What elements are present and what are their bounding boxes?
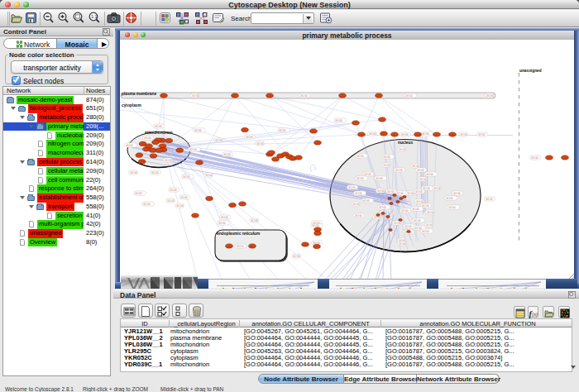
svg-text:GO:00: GO:00 [355,191,362,194]
svg-text:GO:00: GO:00 [531,155,538,159]
svg-text:GO:00: GO:00 [399,147,406,151]
svg-text:GO:00: GO:00 [395,168,403,171]
svg-text:GO:00: GO:00 [180,195,188,198]
svg-text:GO:00: GO:00 [453,191,461,194]
svg-text:GO:00: GO:00 [279,128,286,131]
svg-text:GO:00: GO:00 [415,189,423,193]
svg-text:GO:00: GO:00 [355,213,362,217]
svg-text:GO:00: GO:00 [426,172,433,175]
svg-text:GO:00: GO:00 [189,147,197,151]
svg-text:GO:00: GO:00 [446,196,453,199]
svg-text:GO:00: GO:00 [183,174,190,178]
svg-text:GO:00: GO:00 [401,132,409,136]
svg-text:GO:00: GO:00 [407,191,414,194]
svg-text:GO:00: GO:00 [144,136,151,139]
svg-text:GO:00: GO:00 [460,132,467,136]
svg-text:GO:00: GO:00 [478,132,486,136]
svg-text:GO:00: GO:00 [412,207,419,210]
svg-text:GO:00: GO:00 [237,244,244,247]
svg-text:GO:00: GO:00 [246,135,253,138]
svg-text:GO:00: GO:00 [405,93,413,97]
svg-text:GO:00: GO:00 [192,93,199,97]
svg-text:GO:00: GO:00 [412,164,419,167]
svg-text:GO:00: GO:00 [486,93,494,97]
svg-text:unassigned: unassigned [519,69,542,73]
svg-text:GO:00: GO:00 [486,197,493,200]
svg-text:nucleus: nucleus [398,141,413,145]
svg-text:GO:00: GO:00 [394,221,401,224]
svg-text:GO:00: GO:00 [404,224,412,227]
svg-text:GO:00: GO:00 [383,163,390,166]
svg-text:GO:00: GO:00 [383,155,390,158]
svg-text:GO:00: GO:00 [377,189,385,192]
svg-text:cytoplasm: cytoplasm [122,103,141,108]
svg-text:GO:00: GO:00 [223,152,231,155]
svg-text:GO:00: GO:00 [427,210,434,213]
svg-text:GO:00: GO:00 [423,186,430,189]
svg-text:GO:00: GO:00 [335,118,342,122]
svg-text:GO:00: GO:00 [422,131,429,135]
svg-text:GO:00: GO:00 [300,93,308,97]
svg-text:GO:00: GO:00 [176,203,184,207]
svg-text:GO:00: GO:00 [433,186,441,189]
svg-text:GO:00: GO:00 [167,198,175,202]
svg-text:GO:00: GO:00 [312,224,319,227]
svg-text:GO:00: GO:00 [417,168,424,171]
svg-text:GO:00: GO:00 [143,202,151,205]
svg-text:GO:00: GO:00 [414,218,421,222]
svg-text:GO:00: GO:00 [399,241,406,245]
svg-text:GO:00: GO:00 [348,185,356,189]
svg-text:GO:00: GO:00 [356,176,364,179]
svg-text:GO:00: GO:00 [126,143,133,146]
svg-text:GO:00: GO:00 [194,128,202,131]
svg-text:GO:00: GO:00 [293,254,300,257]
svg-text:GO:00: GO:00 [205,173,213,176]
svg-text:GO:00: GO:00 [448,205,456,208]
svg-text:1:1: 1:1 [91,14,98,19]
svg-text:GO:00: GO:00 [130,170,137,174]
svg-text:GO:00: GO:00 [422,229,429,232]
svg-text:GO:00: GO:00 [369,131,376,135]
svg-text:GO:00: GO:00 [426,222,433,226]
svg-text:plasma membrane: plasma membrane [122,91,156,95]
svg-text:GO:00: GO:00 [170,188,177,191]
svg-text:GO:00: GO:00 [256,141,264,145]
svg-text:GO:00: GO:00 [387,189,395,193]
svg-text:GO:00: GO:00 [151,170,159,174]
svg-text:GO:00: GO:00 [422,203,429,207]
svg-text:GO:00: GO:00 [362,198,370,202]
svg-text:GO:00: GO:00 [215,138,223,141]
svg-text:GO:00: GO:00 [155,124,162,127]
svg-text:GO:00: GO:00 [356,154,364,157]
svg-text:GO:00: GO:00 [165,158,172,161]
svg-text:(x): (x) [532,311,538,317]
svg-text:GO:00: GO:00 [313,241,320,244]
svg-text:GO:00: GO:00 [376,176,383,179]
svg-text:GO:00: GO:00 [221,215,228,218]
svg-text:GO:00: GO:00 [251,218,258,222]
svg-text:GO:00: GO:00 [135,191,142,194]
svg-text:GO:00: GO:00 [419,177,427,180]
svg-text:GO:00: GO:00 [416,199,423,203]
svg-text:GO:00: GO:00 [401,208,409,212]
svg-text:GO:00: GO:00 [414,226,422,229]
svg-text:endoplasmic reticulum: endoplasmic reticulum [217,231,260,235]
svg-text:GO:00: GO:00 [364,172,371,175]
svg-text:GO:00: GO:00 [218,221,226,224]
svg-text:GO:00: GO:00 [396,191,404,194]
svg-text:GO:00: GO:00 [379,205,386,208]
svg-text:GO:00: GO:00 [352,202,360,205]
